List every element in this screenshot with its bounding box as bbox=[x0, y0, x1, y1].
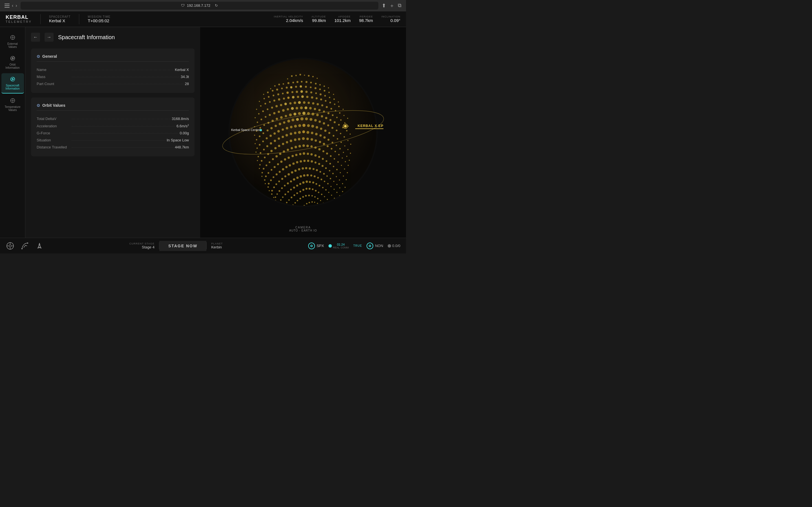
svg-point-97 bbox=[255, 117, 256, 118]
name-dots bbox=[71, 70, 174, 70]
svg-point-375 bbox=[276, 193, 278, 195]
svg-point-441 bbox=[289, 216, 290, 217]
svg-point-210 bbox=[328, 132, 331, 134]
svg-point-305 bbox=[292, 155, 294, 157]
sidebar-item-orbit-information[interactable]: Orbit Information bbox=[1, 52, 24, 72]
svg-point-252 bbox=[286, 141, 288, 144]
part-count-value: 28 bbox=[185, 82, 189, 86]
score-stat: 0.0/0 bbox=[388, 244, 400, 248]
svg-point-397 bbox=[279, 206, 280, 207]
svg-point-58 bbox=[333, 94, 334, 95]
new-tab-icon[interactable]: ＋ bbox=[389, 2, 395, 9]
rocket-btn[interactable] bbox=[35, 241, 44, 250]
svg-point-48 bbox=[286, 87, 288, 89]
svg-point-301 bbox=[277, 163, 279, 165]
svg-point-315 bbox=[329, 163, 331, 165]
svg-point-235 bbox=[323, 136, 326, 138]
svg-point-502 bbox=[27, 242, 28, 244]
svg-point-376 bbox=[278, 190, 280, 192]
svg-point-117 bbox=[343, 115, 345, 116]
svg-point-358 bbox=[298, 168, 300, 170]
svg-point-179 bbox=[305, 117, 308, 120]
back-btn[interactable]: ‹ bbox=[12, 3, 13, 8]
svg-point-76 bbox=[338, 101, 339, 103]
svg-point-33 bbox=[292, 82, 294, 83]
svg-point-353 bbox=[282, 178, 283, 180]
sidebar-toggle-btn[interactable] bbox=[4, 4, 10, 8]
svg-point-169 bbox=[262, 132, 264, 134]
svg-point-60 bbox=[264, 98, 265, 100]
svg-point-256 bbox=[302, 137, 305, 140]
svg-point-469 bbox=[312, 202, 313, 203]
svg-point-93 bbox=[329, 102, 331, 103]
panel-forward-btn[interactable]: → bbox=[45, 33, 54, 42]
svg-point-370 bbox=[339, 187, 340, 188]
forward-btn[interactable]: › bbox=[15, 3, 17, 8]
trajectory-btn[interactable] bbox=[20, 241, 29, 250]
svg-point-192 bbox=[257, 148, 258, 149]
svg-point-372 bbox=[276, 203, 277, 204]
time-display: 01:24 REAL COMM bbox=[333, 243, 349, 249]
svg-point-267 bbox=[345, 161, 346, 162]
sidebar-label-external: External Values bbox=[3, 42, 22, 48]
stat-inclination: INCLINATION 0.09° bbox=[382, 15, 400, 23]
svg-point-103 bbox=[280, 104, 282, 106]
sidebar-item-spacecraft-information[interactable]: Spacecraft Information bbox=[1, 73, 24, 94]
map-view-btn[interactable] bbox=[6, 241, 15, 250]
svg-point-191 bbox=[255, 152, 257, 153]
score-value: 0.0/0 bbox=[392, 244, 400, 248]
svg-point-435 bbox=[321, 194, 322, 195]
svg-point-439 bbox=[332, 205, 333, 206]
svg-point-443 bbox=[289, 210, 290, 211]
stage-now-button[interactable]: STAGE NOW bbox=[159, 241, 206, 251]
svg-point-80 bbox=[269, 101, 271, 103]
share-icon[interactable]: ⬆ bbox=[382, 3, 386, 9]
kerbal-x-ep-label: KERBAL X EP bbox=[355, 124, 384, 129]
svg-point-173 bbox=[279, 123, 282, 125]
svg-point-363 bbox=[316, 169, 318, 171]
svg-point-133 bbox=[314, 108, 316, 110]
svg-point-378 bbox=[284, 185, 286, 186]
svg-point-269 bbox=[261, 176, 262, 177]
svg-point-199 bbox=[282, 128, 284, 131]
svg-point-336 bbox=[311, 160, 313, 163]
svg-point-379 bbox=[287, 182, 289, 184]
sidebar-item-temperature-values[interactable]: Temperature Values bbox=[1, 95, 24, 114]
svg-point-201 bbox=[290, 126, 293, 128]
svg-point-447 bbox=[297, 200, 298, 202]
svg-point-228 bbox=[294, 132, 297, 134]
svg-point-26 bbox=[312, 76, 314, 77]
sidebar-item-external-values[interactable]: External Values bbox=[1, 32, 24, 51]
svg-point-8 bbox=[12, 58, 13, 59]
svg-point-361 bbox=[309, 167, 311, 170]
svg-point-405 bbox=[296, 185, 298, 187]
svg-point-171 bbox=[270, 127, 273, 129]
svg-point-205 bbox=[307, 124, 310, 127]
svg-point-474 bbox=[325, 209, 326, 210]
tabs-icon[interactable]: ⧉ bbox=[398, 3, 402, 8]
reload-icon[interactable]: ↻ bbox=[215, 3, 218, 8]
svg-point-478 bbox=[306, 213, 307, 214]
svg-point-69 bbox=[305, 91, 308, 93]
svg-point-258 bbox=[311, 138, 313, 141]
svg-point-490 bbox=[317, 219, 318, 220]
panel-back-btn[interactable]: ← bbox=[31, 33, 40, 42]
svg-point-297 bbox=[265, 175, 267, 177]
svg-point-488 bbox=[312, 219, 313, 219]
svg-point-401 bbox=[285, 193, 286, 195]
svg-point-434 bbox=[318, 192, 319, 193]
svg-point-287 bbox=[322, 151, 324, 152]
address-bar[interactable]: 🛡 192.168.7.172 ↻ bbox=[20, 2, 378, 10]
stat-perigee: PERIGEE 98.7km bbox=[359, 15, 373, 23]
svg-point-207 bbox=[316, 126, 318, 129]
svg-point-457 bbox=[325, 205, 326, 206]
svg-point-463 bbox=[297, 212, 298, 213]
svg-point-223 bbox=[274, 140, 276, 142]
svg-point-114 bbox=[331, 108, 332, 110]
svg-point-139 bbox=[340, 119, 342, 121]
svg-point-229 bbox=[298, 131, 301, 134]
svg-point-312 bbox=[318, 156, 320, 158]
svg-point-167 bbox=[256, 139, 257, 140]
svg-point-166 bbox=[255, 143, 256, 144]
svg-point-347 bbox=[273, 197, 274, 198]
